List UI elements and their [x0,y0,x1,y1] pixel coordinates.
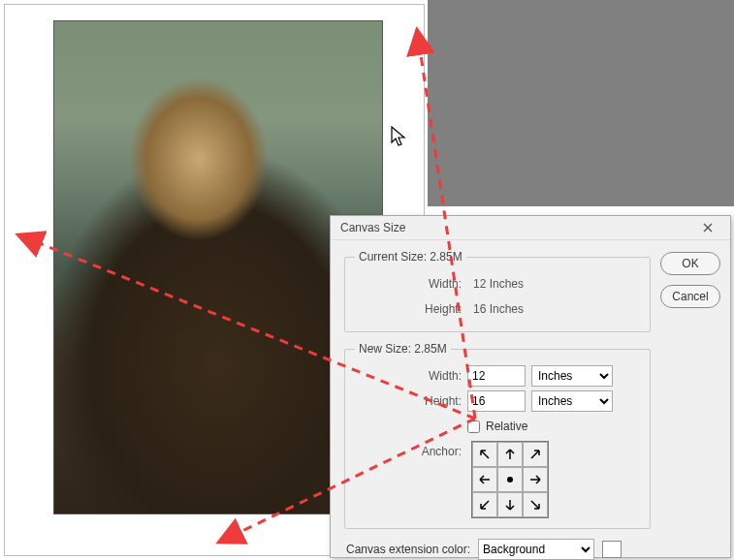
current-width-value: 12 Inches [467,277,524,291]
extension-color-label: Canvas extension color: [346,543,470,556]
arrow-ne-icon [527,447,543,462]
anchor-center[interactable] [497,467,523,492]
cancel-button[interactable]: Cancel [660,285,720,308]
relative-label: Relative [486,420,527,433]
new-width-label: Width: [355,369,462,383]
current-height-label: Height: [355,302,462,316]
current-size-legend: Current Size: 2.85M [355,250,466,264]
anchor-w[interactable] [472,467,497,492]
canvas-size-dialog: Canvas Size OK Cancel Current Size: 2.85… [330,215,731,558]
out-of-canvas-area [428,0,734,206]
current-size-group: Current Size: 2.85M Width: 12 Inches Hei… [344,250,651,332]
extension-color-swatch[interactable] [602,541,622,558]
svg-point-0 [507,477,513,482]
arrow-se-icon [527,497,543,513]
current-width-label: Width: [355,277,462,291]
dialog-title: Canvas Size [340,221,405,234]
anchor-ne[interactable] [523,442,548,467]
anchor-n[interactable] [497,442,523,467]
anchor-e[interactable] [523,467,548,492]
close-icon [703,223,713,233]
new-height-input[interactable] [467,390,526,412]
relative-checkbox[interactable] [467,420,480,433]
anchor-label: Anchor: [355,441,462,458]
anchor-s[interactable] [497,492,523,517]
anchor-center-icon [502,472,518,487]
new-width-unit-select[interactable]: Inches [531,365,613,387]
ok-button[interactable]: OK [660,252,720,275]
anchor-se[interactable] [523,492,548,517]
arrow-e-icon [527,472,543,487]
new-width-input[interactable] [467,365,526,387]
dialog-body: OK Cancel Current Size: 2.85M Width: 12 … [331,240,730,560]
current-height-value: 16 Inches [467,302,524,316]
anchor-sw[interactable] [472,492,497,517]
extension-color-select[interactable]: Background [478,539,594,560]
anchor-grid[interactable] [471,441,549,518]
arrow-nw-icon [477,447,493,462]
arrow-w-icon [477,472,493,487]
arrow-s-icon [502,497,518,513]
arrow-n-icon [502,447,518,462]
editor-workspace: Canvas Size OK Cancel Current Size: 2.85… [0,0,734,560]
new-size-legend: New Size: 2.85M [355,342,451,356]
new-height-label: Height: [355,394,462,408]
new-height-unit-select[interactable]: Inches [531,390,613,412]
close-button[interactable] [693,216,722,239]
new-size-group: New Size: 2.85M Width: Inches Height: In… [344,342,651,529]
dialog-titlebar[interactable]: Canvas Size [331,216,730,240]
arrow-sw-icon [477,497,493,513]
anchor-nw[interactable] [472,442,497,467]
